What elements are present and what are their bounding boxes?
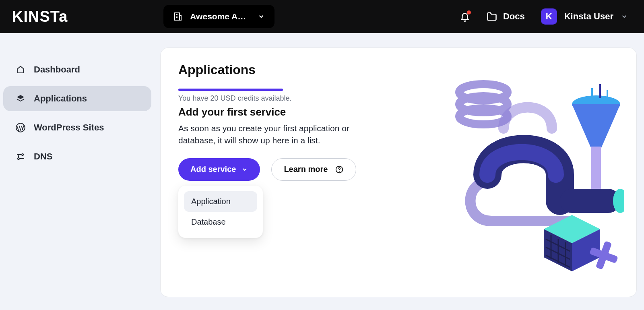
company-switcher[interactable]: Awesome Age…: [163, 5, 275, 28]
sidebar-item-dns[interactable]: DNS: [3, 144, 151, 169]
svg-point-2: [22, 154, 23, 155]
brand-logo[interactable]: KINSTa: [12, 8, 68, 25]
add-service-button[interactable]: Add service: [178, 158, 260, 181]
svg-rect-14: [560, 189, 620, 213]
layers-icon: [15, 94, 26, 103]
user-menu[interactable]: K Kinsta User: [541, 8, 628, 25]
sidebar-item-label: Applications: [34, 93, 87, 104]
sidebar: Dashboard Applications WordPress Sites: [0, 33, 160, 310]
svg-rect-10: [591, 147, 601, 191]
sidebar-item-dashboard[interactable]: Dashboard: [3, 57, 151, 82]
applications-card: Applications You have 20 USD credits ava…: [160, 48, 637, 297]
menu-item-label: Database: [191, 217, 226, 226]
brand-text: KINSTa: [12, 8, 68, 25]
empty-state-description: As soon as you create your first applica…: [178, 122, 355, 147]
credits-progress-bar: [178, 89, 283, 91]
add-service-menu: Application Database: [178, 186, 263, 238]
sidebar-item-label: Dashboard: [34, 64, 80, 75]
chevron-down-icon: [242, 166, 248, 173]
learn-more-button[interactable]: Learn more: [271, 158, 356, 181]
svg-point-3: [18, 158, 19, 159]
notifications-button[interactable]: [460, 11, 470, 22]
sidebar-item-label: WordPress Sites: [34, 122, 104, 133]
company-switcher-label: Awesome Age…: [190, 12, 250, 21]
chevron-down-icon: [258, 13, 265, 20]
sidebar-item-label: DNS: [34, 151, 52, 162]
docs-label: Docs: [503, 11, 525, 22]
add-service-menu-application[interactable]: Application: [184, 191, 257, 212]
page-title: Applications: [178, 62, 619, 77]
add-service-label: Add service: [190, 165, 236, 174]
add-service-menu-database[interactable]: Database: [184, 212, 257, 232]
building-icon: [173, 12, 183, 21]
sidebar-item-applications[interactable]: Applications: [3, 86, 151, 111]
home-icon: [15, 65, 26, 74]
user-name: Kinsta User: [564, 11, 613, 22]
learn-more-label: Learn more: [284, 165, 328, 174]
sidebar-item-wordpress[interactable]: WordPress Sites: [3, 115, 151, 140]
empty-state-illustration: [439, 76, 624, 277]
avatar-initial: K: [546, 11, 552, 22]
notification-dot: [467, 10, 471, 14]
docs-link[interactable]: Docs: [486, 11, 525, 22]
wordpress-icon: [15, 122, 26, 133]
svg-rect-0: [175, 13, 180, 20]
help-icon: [335, 165, 344, 174]
svg-point-5: [339, 171, 340, 172]
avatar: K: [541, 8, 557, 25]
chevron-down-icon: [621, 13, 628, 20]
folder-icon: [486, 11, 497, 22]
dns-icon: [15, 152, 26, 161]
menu-item-label: Application: [191, 197, 231, 206]
